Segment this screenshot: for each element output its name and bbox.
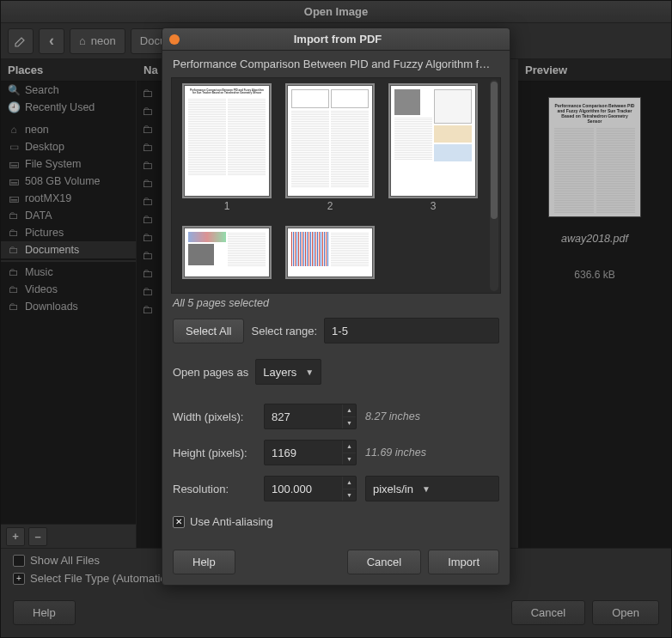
page-number: 1: [224, 200, 230, 212]
thumbnails-scrollbar[interactable]: [490, 80, 498, 291]
width-input[interactable]: 827 ▲▼: [264, 404, 357, 429]
import-pdf-dialog: Import from PDF Performance Comparison B…: [162, 27, 510, 586]
resolution-label: Resolution:: [173, 483, 255, 495]
modal-import-button[interactable]: Import: [428, 550, 499, 574]
spin-down-icon[interactable]: ▼: [342, 417, 356, 429]
antialias-row[interactable]: ✕ Use Anti-aliasing: [173, 515, 499, 528]
spin-up-icon[interactable]: ▲: [342, 441, 356, 453]
chevron-down-icon: ▼: [305, 368, 314, 377]
chevron-down-icon: ▼: [422, 484, 431, 494]
page-number: 3: [431, 200, 437, 212]
spin-up-icon[interactable]: ▲: [342, 404, 356, 417]
spin-up-icon[interactable]: ▲: [342, 477, 356, 489]
width-hint: 8.27 inches: [365, 410, 499, 422]
page-preview: [287, 85, 373, 197]
spin-down-icon[interactable]: ▼: [342, 453, 356, 465]
open-pages-as-select[interactable]: Layers ▼: [255, 359, 321, 385]
page-thumb-2[interactable]: 2: [282, 85, 378, 221]
modal-cancel-button[interactable]: Cancel: [347, 550, 421, 574]
resolution-input[interactable]: 100.000 ▲▼: [264, 476, 357, 501]
page-preview: [390, 85, 476, 197]
antialias-checkbox[interactable]: ✕: [173, 516, 185, 528]
page-preview: [287, 228, 373, 277]
width-label: Width (pixels):: [173, 410, 255, 423]
select-range-label: Select range:: [251, 325, 317, 337]
page-thumb-3[interactable]: 3: [385, 85, 481, 221]
page-thumb-4[interactable]: [179, 228, 275, 286]
select-value: Layers: [263, 366, 296, 379]
page-thumb-1[interactable]: Performance Comparison Between PID and F…: [179, 85, 275, 221]
import-options: Select All Select range: 1-5 Open pages …: [162, 318, 510, 528]
antialias-label: Use Anti-aliasing: [190, 515, 273, 528]
modal-title: Import from PDF: [186, 33, 489, 46]
page-preview: [184, 228, 270, 277]
select-range-input[interactable]: 1-5: [324, 318, 499, 343]
height-label: Height (pixels):: [173, 447, 255, 459]
resolution-unit-select[interactable]: pixels/in ▼: [365, 476, 499, 501]
page-thumb-5[interactable]: [282, 228, 378, 286]
modal-titlebar: Import from PDF: [162, 28, 510, 51]
modal-subtitle: Performance Comparison Between PID and F…: [162, 51, 510, 77]
height-hint: 11.69 inches: [365, 447, 499, 459]
spin-down-icon[interactable]: ▼: [342, 489, 356, 501]
select-value: pixels/in: [373, 483, 413, 495]
page-preview: Performance Comparison Between PID and F…: [184, 85, 270, 197]
page-number: 2: [327, 200, 333, 212]
selection-status: All 5 pages selected: [162, 294, 510, 318]
open-pages-as-label: Open pages as: [173, 366, 248, 379]
modal-help-button[interactable]: Help: [173, 550, 235, 574]
page-thumbnails[interactable]: Performance Comparison Between PID and F…: [171, 77, 501, 294]
close-icon[interactable]: [169, 34, 180, 45]
height-input[interactable]: 1169 ▲▼: [264, 440, 357, 465]
modal-footer: Help Cancel Import: [162, 539, 510, 585]
select-all-button[interactable]: Select All: [173, 319, 244, 343]
